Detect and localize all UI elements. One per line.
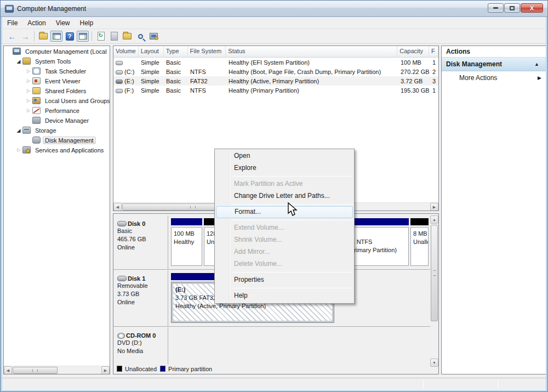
partition[interactable]: 100 MBHealthy [171,218,202,266]
context-menu-item-explore[interactable]: Explore [216,162,353,174]
sidebar-item-storage[interactable]: ◢Storage [4,125,110,135]
layout-cell: Simple [139,78,164,84]
legend-swatch [160,366,165,372]
context-menu-item-add-mirror: Add Mirror... [216,246,353,258]
more-actions-item[interactable]: More Actions ▶ [442,71,546,84]
context-menu-item-change-drive-letter-and-paths[interactable]: Change Drive Letter and Paths... [216,190,353,202]
tree-horizontal-scrollbar[interactable]: ◀ ▶ [4,366,110,374]
scroll-down-icon[interactable]: ▼ [430,359,438,367]
column-header-file-system[interactable]: File System [188,46,226,58]
menu-action[interactable]: Action [22,18,50,28]
table-row[interactable]: SimpleBasicHealthy (EFI System Partition… [113,58,438,67]
expand-icon[interactable]: ▷ [15,147,22,152]
toolbar-button-forward[interactable]: → [19,31,31,42]
toolbar-button-find[interactable] [134,31,146,42]
sidebar-item-performance[interactable]: ▷Performance [4,105,110,115]
tree-item-label: Computer Management (Local [23,48,109,55]
title-bar[interactable]: Computer Management X [1,1,547,17]
disk-icon [116,70,123,75]
column-header-capacity[interactable]: Capacity [397,46,429,58]
context-menu-item-open[interactable]: Open [216,150,353,162]
toolbar-button-help[interactable]: ? [64,31,76,42]
scroll-left-icon[interactable]: ◀ [113,203,122,211]
mouse-cursor [287,202,299,220]
table-row[interactable]: (F:)SimpleBasicNTFSHealthy (Primary Part… [113,86,438,95]
menu-separator [231,272,353,272]
expand-icon[interactable]: ▷ [25,78,32,83]
collapse-icon[interactable]: ◢ [15,59,22,64]
sidebar-item-local-users-and-groups[interactable]: ▷Local Users and Groups [4,95,110,105]
expand-icon[interactable]: ▷ [25,69,32,73]
disk-info-line: Online [117,298,168,306]
context-menu-item-format[interactable]: Format... [216,206,353,218]
window-title: Computer Management [17,5,86,13]
context-menu-item-properties[interactable]: Properties [216,274,353,286]
disk-info-line: 3.73 GB [117,290,168,298]
actions-group-disk-management[interactable]: Disk Management ▲ [442,58,546,71]
volume-cell: (C:) [113,69,139,75]
free-cell: 1 [430,87,439,94]
disk-pane-vertical-scrollbar[interactable]: ▲ ▼ [430,215,438,367]
table-row[interactable]: (C:)SimpleBasicNTFSHealthy (Boot, Page F… [113,67,438,76]
column-header-volume[interactable]: Volume [113,46,139,58]
tree-scroll-thumb[interactable] [13,367,58,374]
partition-text-line: Unallocated [413,238,426,246]
status-cell: Healthy (EFI System Partition) [226,59,398,66]
sidebar-item-disk-management[interactable]: Disk Management [4,135,110,145]
unallocated-band [410,218,429,225]
toolbar-button-show-console-tree[interactable] [50,31,62,42]
toolbar-button-console-options[interactable] [147,31,159,42]
column-header-status[interactable]: Status [226,46,397,58]
toolbar-button-export-list[interactable] [37,31,49,42]
maximize-button[interactable] [504,3,520,13]
help-icon: ? [66,32,74,41]
menu-help[interactable]: Help [75,18,99,28]
expand-icon[interactable]: ▷ [25,108,32,113]
expand-icon[interactable]: ▷ [25,98,32,103]
collapse-icon[interactable]: ◢ [15,128,22,133]
sidebar-item-device-manager[interactable]: Device Manager [4,115,110,125]
column-header-f[interactable]: F [429,46,438,58]
scroll-up-icon[interactable]: ▲ [430,215,438,224]
free-cell: 3 [430,78,439,84]
type-cell: Basic [164,87,188,94]
table-row[interactable]: (E:)SimpleBasicFAT32Healthy (Active, Pri… [113,76,438,86]
sidebar-item-shared-folders[interactable]: ▷Shared Folders [4,86,110,95]
column-header-layout[interactable]: Layout [139,46,164,58]
disk-info-line: Removable [117,282,168,290]
status-cell: Healthy (Active, Primary Partition) [226,78,398,84]
status-bar [2,378,547,390]
expand-icon[interactable]: ▷ [25,88,32,93]
column-header-type[interactable]: Type [164,46,188,58]
minimize-button[interactable] [488,3,504,13]
toolbar-button-disk-properties[interactable] [108,31,120,42]
scroll-right-icon[interactable]: ▶ [101,366,110,374]
partition[interactable]: 8 MBUnallocated [410,218,429,266]
capacity-cell: 270.22 GB [398,69,430,75]
primary-partition-band [171,218,202,225]
context-menu-item-help[interactable]: Help [216,290,353,302]
actions-group-label: Disk Management [446,60,502,68]
close-button[interactable]: X [521,3,543,13]
sidebar-item-task-scheduler[interactable]: ▷Task Scheduler [4,66,110,76]
scroll-left-icon[interactable]: ◀ [4,366,12,374]
find-icon [138,34,143,39]
disk-graphics-area [168,327,431,364]
open-folder-icon [123,33,132,39]
toolbar-button-refresh[interactable]: ↻ [95,31,107,42]
toolbar-button-show-action-pane[interactable] [77,31,89,42]
status-cell: Healthy (Primary Partition) [226,87,398,94]
actions-panel: Actions Disk Management ▲ More Actions ▶ [441,46,546,374]
refresh-icon: ↻ [98,32,105,41]
collapse-icon[interactable]: ▲ [534,61,539,67]
menu-view[interactable]: View [51,18,75,28]
sidebar-item-event-viewer[interactable]: ▷Event Viewer [4,76,110,86]
menu-file[interactable]: File [2,18,22,28]
scroll-right-icon[interactable]: ▶ [430,203,438,211]
disk-scroll-thumb[interactable] [431,225,438,321]
toolbar-button-back[interactable]: ← [6,31,18,42]
toolbar-button-open-folder[interactable] [121,31,133,42]
sidebar-item-computer-management-local[interactable]: Computer Management (Local [4,46,110,56]
sidebar-item-system-tools[interactable]: ◢System Tools [4,56,110,66]
sidebar-item-services-and-applications[interactable]: ▷Services and Applications [4,145,110,155]
